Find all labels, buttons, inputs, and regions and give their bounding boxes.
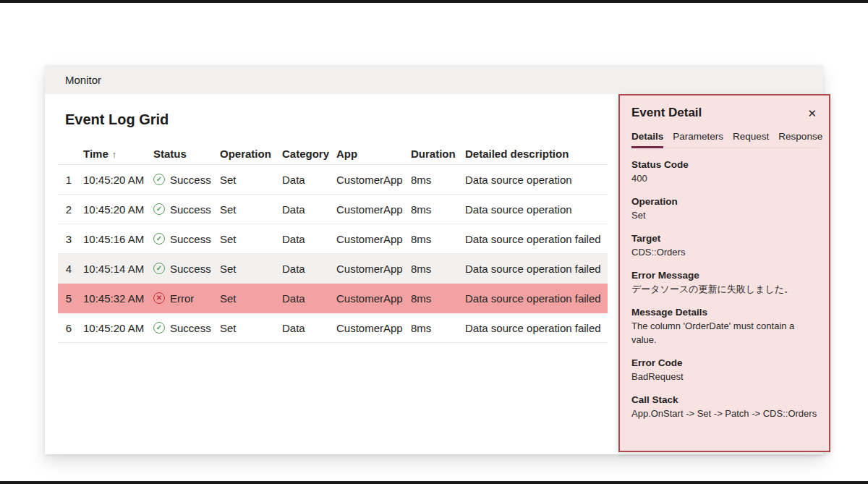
detail-field: Operation Set <box>631 195 819 222</box>
table-body: 1 10:45:20 AM ✓ Success Set Data Custome… <box>58 165 608 343</box>
event-log-table: Time↑ Status Operation Category App Dura… <box>58 143 608 343</box>
cell-duration: 8ms <box>411 322 465 334</box>
cell-category: Data <box>282 203 336 216</box>
field-value: The column 'OrderDate' must contain a va… <box>631 319 819 347</box>
cell-status: ✓ Success <box>153 263 220 275</box>
status-label: Success <box>170 203 211 216</box>
cell-category: Data <box>282 263 336 275</box>
field-value: データソースの更新に失敗しました。 <box>631 282 819 296</box>
top-edge-strip <box>0 0 868 3</box>
status-label: Success <box>170 322 211 334</box>
cell-category: Data <box>282 233 336 245</box>
field-label: Error Code <box>631 356 819 370</box>
field-label: Target <box>631 232 819 245</box>
field-value: 400 <box>631 171 819 185</box>
table-row[interactable]: 4 10:45:14 AM ✓ Success Set Data Custome… <box>58 254 608 284</box>
success-icon: ✓ <box>153 233 165 245</box>
status-label: Error <box>170 292 194 305</box>
cell-time: 10:45:20 AM <box>83 203 153 216</box>
detail-field: Call Stack App.OnStart -> Set -> Patch -… <box>631 393 819 420</box>
cell-description: Data source operation failed <box>465 322 608 334</box>
tab-parameters[interactable]: Parameters <box>673 131 723 148</box>
table-row[interactable]: 2 10:45:20 AM ✓ Success Set Data Custome… <box>58 195 608 224</box>
cell-status: ✓ Success <box>153 203 220 216</box>
bottom-edge-strip <box>0 481 868 484</box>
close-icon[interactable]: ✕ <box>804 106 820 120</box>
table-row[interactable]: 5 10:45:32 AM ✕ Error Set Data CustomerA… <box>58 284 608 313</box>
table-row[interactable]: 3 10:45:16 AM ✓ Success Set Data Custome… <box>58 224 608 254</box>
cell-time: 10:45:32 AM <box>83 292 153 305</box>
window-title: Monitor <box>65 74 101 86</box>
panel-title: Event Detail <box>631 106 702 120</box>
window-titlebar: Monitor <box>45 65 823 94</box>
cell-duration: 8ms <box>411 292 465 305</box>
cell-app: CustomerApp <box>336 292 411 305</box>
cell-time: 10:45:20 AM <box>83 174 153 186</box>
detail-fields: Status Code 400 Operation Set Target CDS… <box>631 158 820 420</box>
cell-app: CustomerApp <box>336 263 411 275</box>
cell-status: ✕ Error <box>153 292 220 305</box>
tab-request[interactable]: Request <box>733 131 769 148</box>
cell-app: CustomerApp <box>336 203 411 216</box>
column-header-duration[interactable]: Duration <box>411 148 465 160</box>
field-value: App.OnStart -> Set -> Patch -> CDS::Orde… <box>631 407 819 420</box>
cell-operation: Set <box>220 174 282 186</box>
detail-field: Error Message データソースの更新に失敗しました。 <box>631 268 819 296</box>
tab-details[interactable]: Details <box>631 131 663 148</box>
cell-operation: Set <box>220 203 282 216</box>
success-icon: ✓ <box>153 174 165 185</box>
column-header-status[interactable]: Status <box>153 148 220 160</box>
row-index: 5 <box>58 292 83 305</box>
cell-app: CustomerApp <box>336 322 411 334</box>
tab-response[interactable]: Response <box>778 131 822 148</box>
cell-category: Data <box>282 322 336 334</box>
cell-description: Data source operation failed <box>465 263 608 275</box>
cell-status: ✓ Success <box>153 322 220 334</box>
cell-operation: Set <box>220 233 282 245</box>
row-index: 4 <box>58 263 83 275</box>
cell-description: Data source operation failed <box>465 233 608 245</box>
status-label: Success <box>170 174 211 186</box>
panel-header: Event Detail ✕ <box>631 106 820 120</box>
field-value: CDS::Orders <box>631 245 819 259</box>
field-label: Status Code <box>631 158 819 171</box>
cell-operation: Set <box>220 322 282 334</box>
row-index: 2 <box>58 203 83 216</box>
table-header-row: Time↑ Status Operation Category App Dura… <box>58 143 608 165</box>
detail-field: Error Code BadRequest <box>631 356 819 383</box>
cell-time: 10:45:14 AM <box>83 263 153 275</box>
row-index: 3 <box>58 233 83 245</box>
table-row[interactable]: 1 10:45:20 AM ✓ Success Set Data Custome… <box>58 165 608 195</box>
cell-duration: 8ms <box>411 263 465 275</box>
cell-time: 10:45:16 AM <box>83 233 153 245</box>
success-icon: ✓ <box>153 203 165 215</box>
column-header-operation[interactable]: Operation <box>220 148 282 160</box>
success-icon: ✓ <box>153 263 165 274</box>
cell-description: Data source operation <box>465 203 608 216</box>
sort-ascending-icon: ↑ <box>112 149 117 160</box>
event-detail-panel: Event Detail ✕ Details Parameters Reques… <box>618 94 830 452</box>
cell-description: Data source operation <box>465 174 608 186</box>
column-header-category[interactable]: Category <box>282 148 336 160</box>
detail-field: Target CDS::Orders <box>631 232 819 259</box>
cell-duration: 8ms <box>411 174 465 186</box>
cell-operation: Set <box>220 292 282 305</box>
column-header-time[interactable]: Time↑ <box>83 148 153 160</box>
column-header-app[interactable]: App <box>336 148 411 160</box>
field-label: Message Details <box>631 305 819 319</box>
field-value: BadRequest <box>631 370 819 383</box>
cell-status: ✓ Success <box>153 233 220 245</box>
field-label: Operation <box>631 195 819 208</box>
detail-tabs: Details Parameters Request Response <box>631 131 820 148</box>
detail-field: Status Code 400 <box>631 158 819 185</box>
cell-duration: 8ms <box>411 203 465 216</box>
status-label: Success <box>170 233 211 245</box>
cell-time: 10:45:20 AM <box>83 322 153 334</box>
table-row[interactable]: 6 10:45:20 AM ✓ Success Set Data Custome… <box>58 313 608 343</box>
row-index: 6 <box>58 322 83 334</box>
success-icon: ✓ <box>153 322 165 334</box>
cell-status: ✓ Success <box>153 174 220 186</box>
cell-description: Data source operation failed <box>465 292 608 305</box>
column-header-description[interactable]: Detailed description <box>465 148 608 160</box>
field-label: Call Stack <box>631 393 819 407</box>
